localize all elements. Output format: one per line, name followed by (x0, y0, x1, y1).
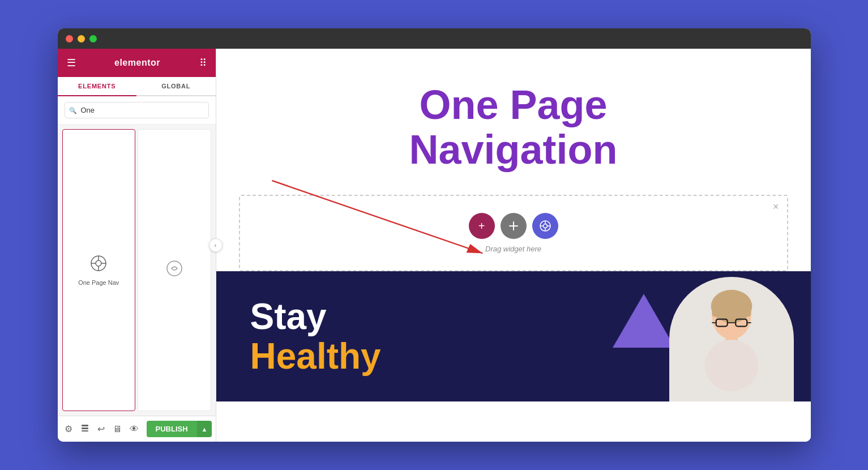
elementor-logo: elementor (114, 58, 160, 68)
drop-zone-buttons: + (469, 213, 558, 239)
sidebar-tabs: ELEMENTS GLOBAL (58, 77, 216, 96)
tab-elements[interactable]: ELEMENTS (58, 77, 137, 96)
publish-dropdown-arrow[interactable]: ▲ (197, 421, 212, 437)
history-icon[interactable]: ↩ (97, 424, 105, 434)
sidebar-footer: ⚙ ↩ 🖥 👁 PUBLISH ▲ (58, 416, 216, 442)
desktop-icon[interactable]: 🖥 (113, 424, 122, 434)
svg-rect-20 (712, 304, 751, 317)
gear-icon[interactable]: ⚙ (65, 424, 72, 434)
tab-global[interactable]: GLOBAL (136, 77, 216, 96)
browser-window: ☰ elementor ⠿ ELEMENTS GLOBAL (58, 28, 811, 442)
banner-line1: Stay (250, 297, 381, 336)
nav-element-button[interactable] (532, 213, 558, 239)
svg-rect-9 (82, 430, 88, 431)
svg-rect-7 (82, 425, 88, 426)
widget-one-page-nav-label: One Page Nav (78, 279, 119, 286)
edit-element-button[interactable] (501, 213, 527, 239)
browser-titlebar (58, 28, 811, 49)
page-preview: One Page Navigation × + (216, 49, 811, 442)
layers-icon[interactable] (80, 424, 89, 435)
search-input[interactable] (65, 102, 209, 118)
svg-point-6 (167, 261, 182, 276)
widget-placeholder-icon (165, 259, 183, 281)
minimize-button[interactable] (78, 35, 85, 42)
grid-icon[interactable]: ⠿ (199, 57, 207, 69)
publish-button[interactable]: PUBLISH (147, 421, 197, 437)
nav-widget-icon (89, 254, 108, 276)
svg-point-27 (704, 340, 758, 391)
main-content: One Page Navigation × + (216, 49, 811, 442)
search-wrapper (65, 102, 209, 118)
widget-placeholder[interactable] (138, 129, 211, 411)
hamburger-icon[interactable]: ☰ (67, 57, 76, 69)
add-element-button[interactable]: + (469, 213, 495, 239)
sidebar-header: ☰ elementor ⠿ (58, 49, 216, 77)
banner-triangle-decoration (613, 294, 675, 348)
svg-point-13 (543, 224, 547, 228)
page-title-section: One Page Navigation (216, 49, 811, 195)
drop-zone-label: Drag widget here (485, 245, 541, 253)
eye-icon[interactable]: 👁 (130, 424, 139, 434)
banner-line2: Healthy (250, 336, 381, 376)
drop-zone[interactable]: × + (239, 195, 788, 271)
svg-point-1 (96, 260, 101, 266)
close-button[interactable] (66, 35, 73, 42)
svg-rect-11 (513, 221, 514, 230)
browser-body: ☰ elementor ⠿ ELEMENTS GLOBAL (58, 49, 811, 442)
banner-text: Stay Healthy (250, 297, 381, 377)
title-line1: One Page (419, 82, 607, 127)
sidebar-collapse-handle[interactable]: ‹ (209, 238, 223, 252)
sidebar-search-container (58, 96, 216, 125)
widget-grid: One Page Nav (58, 125, 216, 416)
title-line2: Navigation (409, 127, 617, 172)
publish-button-group[interactable]: PUBLISH ▲ (147, 421, 212, 437)
widget-one-page-nav[interactable]: One Page Nav (62, 129, 136, 411)
banner-avatar (669, 277, 794, 401)
banner-section: Stay Healthy (216, 271, 811, 401)
elementor-sidebar: ☰ elementor ⠿ ELEMENTS GLOBAL (58, 49, 216, 442)
svg-rect-8 (82, 428, 88, 429)
drop-zone-close[interactable]: × (773, 202, 779, 212)
maximize-button[interactable] (89, 35, 97, 42)
page-main-title: One Page Navigation (250, 83, 777, 172)
